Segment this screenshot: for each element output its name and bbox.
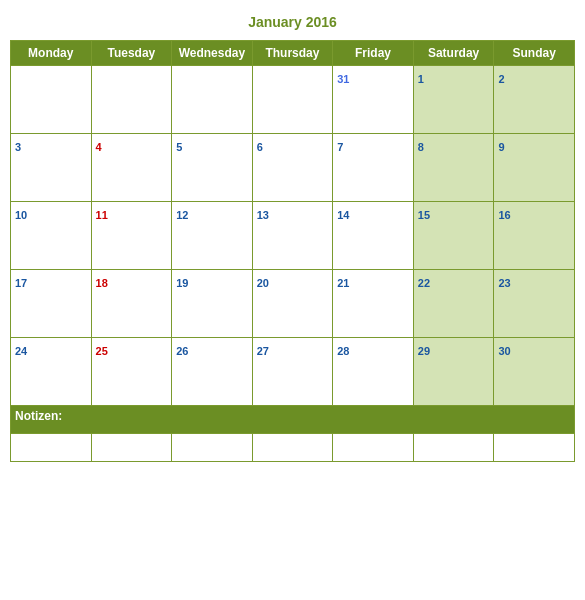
day-cell <box>252 66 333 134</box>
day-number: 23 <box>498 277 510 289</box>
day-number: 31 <box>337 73 349 85</box>
day-number: 12 <box>176 209 188 221</box>
day-number: 6 <box>257 141 263 153</box>
header-friday: Friday <box>333 41 414 66</box>
bottom-cell <box>413 434 494 462</box>
bottom-cell <box>494 434 575 462</box>
day-cell: 31 <box>333 66 414 134</box>
day-cell: 16 <box>494 202 575 270</box>
day-cell: 7 <box>333 134 414 202</box>
day-cell <box>91 66 172 134</box>
day-cell: 8 <box>413 134 494 202</box>
notes-row: Notizen: <box>11 406 575 434</box>
day-cell: 2 <box>494 66 575 134</box>
calendar-table: Monday Tuesday Wednesday Thursday Friday… <box>10 40 575 462</box>
day-cell: 20 <box>252 270 333 338</box>
day-cell <box>11 66 92 134</box>
day-number: 2 <box>498 73 504 85</box>
day-cell: 14 <box>333 202 414 270</box>
notes-cell: Notizen: <box>11 406 575 434</box>
day-number: 19 <box>176 277 188 289</box>
bottom-cell <box>91 434 172 462</box>
day-cell: 29 <box>413 338 494 406</box>
calendar-title: January 2016 <box>10 10 575 34</box>
day-number: 7 <box>337 141 343 153</box>
day-cell: 6 <box>252 134 333 202</box>
day-cell: 19 <box>172 270 253 338</box>
day-cell: 11 <box>91 202 172 270</box>
day-number: 30 <box>498 345 510 357</box>
header-saturday: Saturday <box>413 41 494 66</box>
day-cell: 21 <box>333 270 414 338</box>
day-number: 4 <box>96 141 102 153</box>
day-number: 21 <box>337 277 349 289</box>
day-number: 25 <box>96 345 108 357</box>
week-row-3: 17181920212223 <box>11 270 575 338</box>
week-row-0: 3112 <box>11 66 575 134</box>
day-cell: 10 <box>11 202 92 270</box>
bottom-cell <box>252 434 333 462</box>
day-cell: 4 <box>91 134 172 202</box>
day-number: 24 <box>15 345 27 357</box>
calendar-wrapper: January 2016 Monday Tuesday Wednesday Th… <box>10 10 575 462</box>
day-number: 29 <box>418 345 430 357</box>
header-wednesday: Wednesday <box>172 41 253 66</box>
header-sunday: Sunday <box>494 41 575 66</box>
day-cell: 25 <box>91 338 172 406</box>
day-cell: 23 <box>494 270 575 338</box>
bottom-cell <box>11 434 92 462</box>
day-cell: 22 <box>413 270 494 338</box>
bottom-cell <box>333 434 414 462</box>
day-cell: 15 <box>413 202 494 270</box>
day-cell: 13 <box>252 202 333 270</box>
day-cell: 24 <box>11 338 92 406</box>
day-cell: 26 <box>172 338 253 406</box>
day-cell: 5 <box>172 134 253 202</box>
day-number: 15 <box>418 209 430 221</box>
day-cell: 9 <box>494 134 575 202</box>
bottom-row <box>11 434 575 462</box>
day-number: 16 <box>498 209 510 221</box>
day-cell: 18 <box>91 270 172 338</box>
week-row-4: 24252627282930 <box>11 338 575 406</box>
day-number: 18 <box>96 277 108 289</box>
day-number: 17 <box>15 277 27 289</box>
day-cell: 17 <box>11 270 92 338</box>
day-number: 22 <box>418 277 430 289</box>
week-row-1: 3456789 <box>11 134 575 202</box>
day-number: 27 <box>257 345 269 357</box>
day-cell: 30 <box>494 338 575 406</box>
day-cell <box>172 66 253 134</box>
day-number: 5 <box>176 141 182 153</box>
day-cell: 3 <box>11 134 92 202</box>
header-tuesday: Tuesday <box>91 41 172 66</box>
header-thursday: Thursday <box>252 41 333 66</box>
header-row: Monday Tuesday Wednesday Thursday Friday… <box>11 41 575 66</box>
day-number: 20 <box>257 277 269 289</box>
day-number: 1 <box>418 73 424 85</box>
day-number: 3 <box>15 141 21 153</box>
day-number: 11 <box>96 209 108 221</box>
bottom-cell <box>172 434 253 462</box>
day-number: 13 <box>257 209 269 221</box>
header-monday: Monday <box>11 41 92 66</box>
day-number: 28 <box>337 345 349 357</box>
day-number: 26 <box>176 345 188 357</box>
day-number: 8 <box>418 141 424 153</box>
day-cell: 27 <box>252 338 333 406</box>
day-number: 10 <box>15 209 27 221</box>
day-number: 9 <box>498 141 504 153</box>
day-cell: 28 <box>333 338 414 406</box>
day-number: 14 <box>337 209 349 221</box>
week-row-2: 10111213141516 <box>11 202 575 270</box>
day-cell: 12 <box>172 202 253 270</box>
day-cell: 1 <box>413 66 494 134</box>
